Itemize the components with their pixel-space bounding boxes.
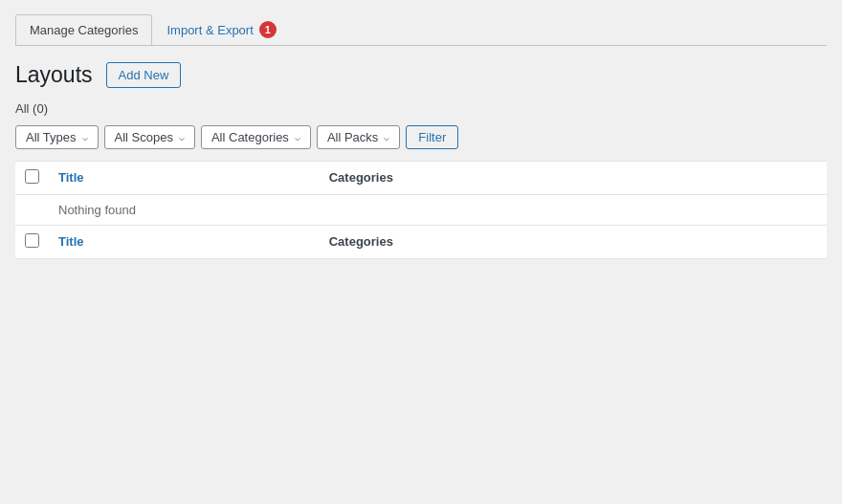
filter-packs-select[interactable]: All Packs ⌵ [317, 125, 400, 149]
filter-count: (0) [33, 101, 48, 116]
filter-categories-select[interactable]: All Categories ⌵ [201, 125, 311, 149]
filter-scopes-select[interactable]: All Scopes ⌵ [104, 125, 195, 149]
empty-row: Nothing found [15, 194, 827, 225]
layouts-table: Title Categories Nothing found Title Cat… [15, 161, 827, 259]
page-title: Layouts [15, 61, 93, 90]
filter-summary: All (0) [15, 101, 827, 116]
tab-bar: Manage Categories Import & Export 1 [15, 11, 827, 46]
filter-packs-label: All Packs [327, 130, 378, 144]
footer-title: Title [49, 225, 320, 258]
table-footer-row: Title Categories [15, 225, 827, 258]
filter-types-label: All Types [26, 130, 77, 144]
filter-bar: All Types ⌵ All Scopes ⌵ All Categories … [15, 125, 827, 149]
tab-manage-categories-label: Manage Categories [30, 23, 138, 37]
chevron-down-icon: ⌵ [82, 132, 88, 142]
select-all-checkbox[interactable] [25, 169, 39, 184]
select-all-footer-checkbox[interactable] [25, 233, 39, 248]
import-export-badge: 1 [259, 21, 277, 38]
chevron-down-icon: ⌵ [295, 132, 300, 142]
tab-manage-categories[interactable]: Manage Categories [15, 14, 152, 45]
footer-categories: Categories [320, 225, 827, 258]
add-new-button[interactable]: Add New [106, 62, 182, 88]
footer-checkbox-cell [15, 225, 49, 258]
header-checkbox-cell [15, 161, 49, 194]
tab-import-export-label: Import & Export [166, 23, 253, 37]
tab-import-export[interactable]: Import & Export 1 [152, 12, 290, 46]
empty-row-checkbox-cell [15, 194, 49, 225]
table-header-row: Title Categories [15, 161, 827, 194]
chevron-down-icon: ⌵ [384, 132, 389, 142]
filter-button[interactable]: Filter [406, 125, 458, 149]
footer-title-label: Title [58, 234, 84, 249]
title-column-label: Title [58, 170, 84, 185]
filter-all-label: All [15, 101, 29, 116]
header-categories: Categories [320, 161, 827, 194]
page-wrapper: Manage Categories Import & Export 1 Layo… [0, 0, 842, 278]
filter-categories-label: All Categories [211, 130, 289, 144]
header-title: Title [49, 161, 320, 194]
empty-message: Nothing found [49, 194, 827, 225]
page-heading: Layouts Add New [15, 61, 827, 90]
filter-types-select[interactable]: All Types ⌵ [15, 125, 99, 149]
filter-scopes-label: All Scopes [115, 130, 173, 144]
chevron-down-icon: ⌵ [179, 132, 185, 142]
